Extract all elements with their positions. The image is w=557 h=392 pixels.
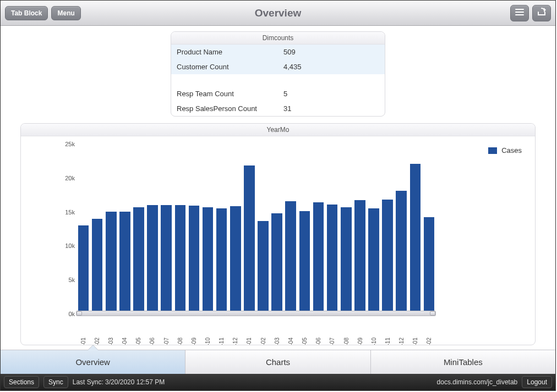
x-axis-tick: 2012-07 (329, 338, 335, 345)
logout-button[interactable]: Logout (522, 376, 552, 388)
chart-plot-area[interactable] (76, 144, 436, 314)
dimcounts-key: Customer Count (171, 59, 278, 74)
hamburger-icon (515, 8, 525, 18)
dimcounts-value: 5 (278, 86, 385, 101)
chart-bar[interactable] (161, 205, 172, 313)
tab-charts[interactable]: Charts (185, 350, 370, 374)
x-axis-tick: 2012-10 (370, 338, 376, 345)
chart-bar[interactable] (424, 217, 435, 313)
x-axis-tick: 2012-04 (287, 338, 293, 345)
dimcounts-row: Resp Team Count5 (171, 86, 385, 101)
legend-label: Cases (501, 146, 522, 154)
x-axis-tick: 2011-04 (122, 338, 128, 345)
last-sync-label: Last Sync: 3/20/2020 12:57 PM (73, 378, 165, 386)
chart-bar[interactable] (313, 202, 324, 313)
dimcounts-title: Dimcounts (171, 32, 385, 45)
chart-panel: YearMo Cases 0k5k10k15k20k25k 2011-01201… (20, 123, 536, 345)
x-axis-tick: 2013-01 (412, 338, 418, 345)
menu-button[interactable]: Menu (51, 6, 80, 20)
chart-bar[interactable] (258, 221, 269, 313)
y-axis-tick: 15k (50, 209, 75, 216)
chart-bar[interactable] (299, 211, 310, 313)
chart-bar[interactable] (189, 206, 200, 313)
x-axis-tick: 2012-08 (343, 338, 349, 345)
scroll-thumb-right[interactable] (430, 311, 435, 316)
y-axis-tick: 25k (50, 141, 75, 147)
tab-label: MiniTables (444, 357, 483, 367)
tab-block-button[interactable]: Tab Block (5, 6, 48, 20)
chart-bar[interactable] (92, 219, 103, 313)
top-toolbar: Tab Block Menu Overview (1, 1, 555, 26)
dimcounts-value: 509 (278, 45, 385, 59)
x-axis-tick: 2011-03 (107, 338, 113, 345)
chart-bar[interactable] (119, 212, 130, 313)
y-axis-tick: 20k (50, 175, 75, 181)
chart-bar[interactable] (133, 207, 144, 313)
chart-bar[interactable] (147, 205, 158, 313)
status-bar: Sections Sync Last Sync: 3/20/2020 12:57… (1, 374, 555, 390)
x-axis-tick: 2011-11 (219, 338, 225, 345)
x-axis-tick: 2012-11 (384, 338, 390, 345)
x-axis-tick: 2011-02 (94, 338, 100, 345)
dimcounts-value: 4,435 (278, 59, 385, 74)
x-axis-tick: 2012-12 (398, 338, 405, 345)
chart-bar[interactable] (368, 208, 379, 313)
dimcounts-panel: Dimcounts Product Name509Customer Count4… (171, 31, 385, 117)
x-axis-tick: 2011-01 (80, 338, 86, 345)
x-axis-tick: 2012-01 (246, 338, 252, 345)
tab-label: Charts (266, 357, 290, 367)
legend-swatch-icon (488, 147, 497, 154)
chart-bar[interactable] (203, 207, 214, 313)
page-title: Overview (1, 7, 555, 19)
share-icon (537, 8, 547, 18)
x-axis-tick: 2011-05 (135, 338, 141, 345)
x-axis-tick: 2012-05 (302, 338, 308, 345)
host-label: docs.dimins.com/jc_divetab (437, 378, 518, 386)
x-axis-tick: 2011-06 (149, 338, 155, 345)
tab-overview[interactable]: Overview (1, 350, 185, 374)
chart-bar[interactable] (78, 225, 89, 313)
chart-bar[interactable] (230, 206, 241, 313)
scroll-thumb-left[interactable] (77, 311, 82, 316)
x-axis-tick: 2012-02 (260, 338, 266, 345)
x-axis-tick: 2011-09 (190, 338, 196, 345)
hamburger-button[interactable] (510, 5, 529, 21)
chart-bar[interactable] (216, 208, 227, 313)
chart-scrollbar[interactable] (76, 311, 436, 316)
dimcounts-row: Customer Count4,435 (171, 59, 385, 74)
y-axis-tick: 0k (50, 311, 75, 317)
chart-bar[interactable] (382, 200, 393, 313)
svg-marker-3 (544, 8, 546, 12)
dimcounts-row: Resp SalesPerson Count31 (171, 101, 385, 116)
y-axis-tick: 10k (50, 242, 75, 249)
x-axis-tick: 2012-03 (274, 338, 280, 345)
bottom-tabstrip: OverviewChartsMiniTables (1, 350, 555, 374)
y-axis-tick: 5k (50, 277, 75, 283)
dimcounts-value: 31 (278, 101, 385, 116)
sections-button[interactable]: Sections (4, 376, 39, 388)
sync-button[interactable]: Sync (43, 376, 68, 388)
chart-bar[interactable] (244, 165, 255, 313)
chart-bar[interactable] (285, 201, 296, 314)
x-axis-tick: 2011-12 (232, 338, 238, 345)
chart-bar[interactable] (271, 213, 282, 313)
x-axis-tick: 2011-07 (163, 338, 169, 345)
tab-label: Overview (75, 357, 110, 367)
dimcounts-row: Product Name509 (171, 45, 385, 59)
chart-bar[interactable] (341, 207, 352, 313)
tab-minitables[interactable]: MiniTables (371, 350, 555, 374)
chart-bar[interactable] (396, 191, 407, 313)
share-button[interactable] (532, 5, 551, 21)
chart-bar[interactable] (354, 200, 365, 313)
chart-bar[interactable] (175, 205, 186, 313)
dimcounts-key: Resp SalesPerson Count (171, 101, 278, 116)
x-axis-tick: 2011-08 (177, 338, 183, 345)
chart-legend: Cases (488, 146, 522, 154)
x-axis-tick: 2012-06 (315, 338, 321, 345)
dimcounts-key: Product Name (171, 45, 278, 59)
chart-bar[interactable] (106, 212, 117, 313)
chart-bar[interactable] (410, 164, 421, 313)
chart-bar[interactable] (327, 205, 338, 313)
x-axis-tick: 2012-09 (357, 338, 363, 345)
x-axis-tick: 2011-10 (204, 338, 210, 345)
